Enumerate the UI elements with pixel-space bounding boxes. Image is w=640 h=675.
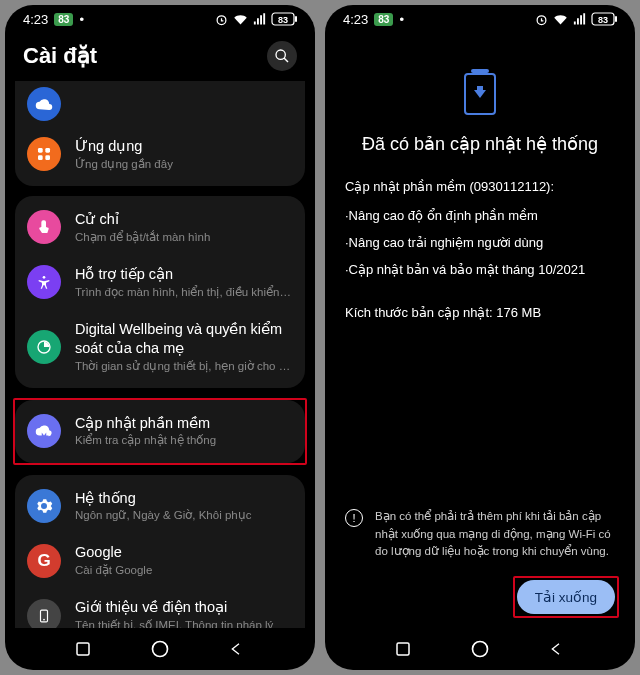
download-row: Tải xuống [325, 576, 635, 628]
svg-rect-6 [45, 148, 50, 153]
row-sub: Chạm để bật/tắt màn hình [75, 229, 293, 245]
settings-row-google[interactable]: G Google Cài đặt Google [15, 533, 305, 588]
svg-text:83: 83 [598, 15, 608, 25]
svg-point-14 [152, 642, 167, 657]
page-header: Cài đặt [5, 33, 315, 81]
touch-icon [27, 210, 61, 244]
status-time: 4:23 [23, 12, 48, 27]
row-title: Google [75, 543, 293, 562]
highlight-software-update: Cập nhật phần mềm Kiểm tra cập nhật hệ t… [13, 398, 307, 465]
update-warning: ! Bạn có thể phải trả thêm phí khi tải b… [325, 508, 635, 560]
settings-row-apps[interactable]: Ứng dụng Ứng dụng gần đây [15, 127, 305, 182]
settings-row-wellbeing[interactable]: Digital Wellbeing và quyền kiểm soát của… [15, 310, 305, 384]
alarm-icon [214, 12, 229, 27]
row-title: Hỗ trợ tiếp cận [75, 265, 293, 284]
update-bullet: ·Nâng cao trải nghiệm người dùng [345, 235, 615, 250]
nav-home-button[interactable] [469, 638, 491, 660]
warning-text: Bạn có thể phải trả thêm phí khi tải bản… [375, 508, 615, 560]
nav-back-button[interactable] [226, 638, 248, 660]
phone-left-settings: 4:23 83 • 83 Cài đặt [5, 5, 315, 670]
update-size: Kích thước bản cập nhật: 176 MB [345, 305, 615, 320]
wifi-icon [233, 12, 248, 27]
wellbeing-icon [27, 330, 61, 364]
download-arrow-icon [474, 90, 486, 98]
row-title: Cử chỉ [75, 210, 293, 229]
settings-row-gestures[interactable]: Cử chỉ Chạm để bật/tắt màn hình [15, 200, 305, 255]
row-sub [75, 96, 293, 112]
svg-point-20 [472, 642, 487, 657]
battery-badge-small: 83 [54, 13, 73, 26]
row-sub: Ngôn ngữ, Ngày & Giờ, Khôi phục [75, 507, 293, 523]
search-icon [274, 48, 290, 64]
section-group-4: Hệ thống Ngôn ngữ, Ngày & Giờ, Khôi phục… [15, 475, 305, 628]
apps-icon [27, 137, 61, 171]
page-title: Cài đặt [23, 43, 97, 69]
section-group-2: Cử chỉ Chạm để bật/tắt màn hình Hỗ trợ t… [15, 196, 305, 388]
settings-list: Ứng dụng Ứng dụng gần đây Cử chỉ Chạm để… [5, 81, 315, 628]
row-title: Hệ thống [75, 489, 293, 508]
update-title: Đã có bản cập nhật hệ thống [345, 133, 615, 155]
update-phone-icon [464, 73, 496, 115]
dot-icon: • [79, 12, 84, 27]
svg-point-12 [43, 619, 45, 621]
update-subtitle: Cập nhật phần mềm (0930112112): [345, 179, 615, 194]
row-title: Cập nhật phần mềm [75, 414, 293, 433]
update-cloud-icon [27, 414, 61, 448]
update-content: Đã có bản cập nhật hệ thống Cập nhật phầ… [325, 133, 635, 508]
signal-icon [252, 12, 267, 27]
settings-row-software-update[interactable]: Cập nhật phần mềm Kiểm tra cập nhật hệ t… [15, 404, 305, 459]
search-button[interactable] [267, 41, 297, 71]
svg-rect-7 [38, 156, 43, 161]
nav-back-button[interactable] [546, 638, 568, 660]
row-title: Giới thiệu về điện thoại [75, 598, 293, 617]
battery-icon: 83 [271, 12, 297, 26]
update-bullet: ·Cập nhật bản vá bảo mật tháng 10/2021 [345, 262, 615, 277]
phone-right-update: 4:23 83 • 83 Đã có bản cập nhật hệ thống… [325, 5, 635, 670]
row-sub: Kiểm tra cập nhật hệ thống [75, 432, 293, 448]
row-title: Ứng dụng [75, 137, 293, 156]
navigation-bar [325, 628, 635, 670]
section-group-3: Cập nhật phần mềm Kiểm tra cập nhật hệ t… [15, 400, 305, 463]
row-sub: Tên thiết bị, số IMEI, Thông tin pháp lý [75, 617, 293, 628]
battery-badge-small: 83 [374, 13, 393, 26]
svg-rect-17 [615, 16, 617, 22]
settings-row-system[interactable]: Hệ thống Ngôn ngữ, Ngày & Giờ, Khôi phục [15, 479, 305, 534]
row-sub: Trình đọc màn hình, hiển thị, điều khiển… [75, 284, 293, 300]
nav-home-button[interactable] [149, 638, 171, 660]
row-sub: Thời gian sử dụng thiết bị, hẹn giờ cho … [75, 358, 293, 374]
navigation-bar [5, 628, 315, 670]
wifi-icon [553, 12, 568, 27]
battery-icon: 83 [591, 12, 617, 26]
download-button[interactable]: Tải xuống [517, 580, 615, 614]
settings-row-about[interactable]: Giới thiệu về điện thoại Tên thiết bị, s… [15, 588, 305, 628]
warning-icon: ! [345, 509, 363, 527]
highlight-download: Tải xuống [513, 576, 619, 618]
svg-rect-2 [295, 16, 297, 22]
svg-rect-19 [397, 643, 409, 655]
status-time: 4:23 [343, 12, 368, 27]
svg-rect-13 [77, 643, 89, 655]
accessibility-icon [27, 265, 61, 299]
svg-rect-5 [38, 148, 43, 153]
cloud-icon [27, 87, 61, 121]
settings-row-accessibility[interactable]: Hỗ trợ tiếp cận Trình đọc màn hình, hiển… [15, 255, 305, 310]
row-sub: Ứng dụng gần đây [75, 156, 293, 172]
settings-row-partial[interactable] [15, 85, 305, 127]
nav-recent-button[interactable] [72, 638, 94, 660]
gear-icon [27, 489, 61, 523]
update-bullet: ·Nâng cao độ ổn định phần mềm [345, 208, 615, 223]
section-group-1: Ứng dụng Ứng dụng gần đây [15, 81, 305, 186]
nav-recent-button[interactable] [392, 638, 414, 660]
signal-icon [572, 12, 587, 27]
alarm-icon [534, 12, 549, 27]
phone-info-icon [27, 599, 61, 628]
update-hero-icon-wrapper [325, 33, 635, 133]
google-icon: G [27, 544, 61, 578]
dot-icon: • [399, 12, 404, 27]
status-bar: 4:23 83 • 83 [5, 5, 315, 33]
status-bar: 4:23 83 • 83 [325, 5, 635, 33]
svg-rect-8 [45, 156, 50, 161]
svg-text:83: 83 [278, 15, 288, 25]
svg-point-4 [276, 50, 285, 59]
svg-point-9 [43, 276, 46, 279]
